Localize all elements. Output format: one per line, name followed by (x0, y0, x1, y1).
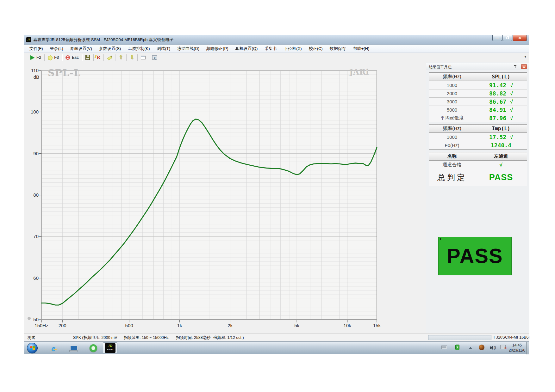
menu-file[interactable]: 文件(F) (26, 45, 47, 52)
close-button[interactable] (513, 35, 527, 41)
chart-area: 1101009080706050150Hz2005001k2k5k10k15k … (24, 62, 426, 333)
scale-down-button[interactable] (127, 54, 137, 61)
menu-data-save[interactable]: 数据保存 (326, 45, 350, 52)
esc-button[interactable]: Esc (62, 54, 82, 61)
taskbar-computer-button[interactable] (67, 343, 80, 353)
menu-lower-machine[interactable]: 下位机(X) (280, 45, 305, 52)
spl-col-value: SPL(L) (475, 73, 527, 81)
verdict-col-name: 名称 (429, 152, 475, 160)
ie-ring-icon (48, 346, 59, 351)
pass-banner: T PASS (438, 237, 512, 275)
pin-icon[interactable] (514, 65, 517, 69)
verdict-pass-text: PASS (475, 169, 527, 186)
table-row-f0: F0(Hz) 1240.4 (429, 141, 527, 149)
brush-button[interactable] (104, 54, 115, 61)
run-f2-button[interactable]: F2 (27, 54, 44, 61)
main-content: 1101009080706050150Hz2005001k2k5k10k15k … (24, 62, 529, 333)
impedance-table: 频率(Hz) Imp(L) 1000 17.52√ F0(Hz) 1240.4 (429, 124, 527, 150)
tray-keyboard-icon[interactable] (441, 346, 447, 349)
menu-headphone-settings[interactable]: 耳机设置(Q) (232, 45, 261, 52)
r-marker-icon (97, 55, 100, 60)
menu-login[interactable]: 登录(L) (47, 45, 67, 52)
brand-watermark: JARi (349, 67, 369, 77)
window-view-button[interactable] (138, 54, 149, 61)
x-tick-label: 500 (120, 323, 139, 328)
titlebar: JR 嘉睿声学JR-8125音频分析系统 SSM - FJ20SC04-MF16… (24, 35, 529, 45)
y-tick-label: 110 (26, 68, 39, 73)
taskbar-browser-button[interactable] (87, 343, 100, 353)
r-marker-button[interactable] (94, 54, 103, 61)
imp-table-header: 频率(Hz) Imp(L) (429, 125, 527, 133)
check-mark: √ (510, 134, 513, 140)
imp-col-value: Imp(L) (475, 125, 527, 132)
tray-antivirus-icon[interactable] (479, 345, 484, 350)
save-button[interactable] (82, 54, 93, 61)
x-tick-label: 200 (53, 323, 72, 328)
check-mark: √ (510, 115, 513, 121)
status-sweep-time: 扫频时间: 2588毫秒 (176, 335, 211, 340)
show-desktop-button[interactable] (526, 342, 529, 354)
keyboard-icon (69, 350, 78, 352)
toolbar: F2 F3 Esc (24, 53, 529, 62)
menu-freeze-curve[interactable]: 冻结曲线(D) (174, 45, 203, 52)
run-f2-label: F2 (36, 55, 41, 60)
start-button[interactable] (27, 343, 38, 353)
results-panel-title: 结果值工具栏 (429, 64, 452, 70)
menu-quality-control[interactable]: 品质控制(K) (124, 45, 153, 52)
tray-network-icon[interactable] (500, 345, 506, 349)
jr-audio-icon: JR Audio (105, 343, 115, 353)
page: JR 嘉睿声学JR-8125音频分析系统 SSM - FJ20SC04-MF16… (0, 0, 555, 392)
panel-close-icon[interactable]: x (521, 64, 527, 69)
clock-time: 14:45 (507, 343, 527, 348)
menu-help[interactable]: 帮助+(H) (350, 45, 373, 52)
axis-origin-dot (28, 317, 31, 320)
green-browser-icon (90, 344, 97, 352)
window-icon (141, 56, 146, 59)
imp-col-freq: 频率(Hz) (429, 125, 475, 132)
scale-up-button[interactable] (115, 54, 126, 61)
tray-usb-icon[interactable]: Y (455, 345, 459, 350)
menu-parameter-settings[interactable]: 参数设置(S) (96, 45, 124, 52)
statusbar: 测试 SPK (扫频电压: 2000 mV 扫频范围: 150 ~ 15000H… (24, 333, 529, 341)
check-mark: √ (510, 83, 513, 88)
table-row-channel-ok: 通道合格 √ (429, 161, 527, 169)
monitor-icon (70, 346, 78, 351)
taskbar-ie-button[interactable]: e (47, 343, 60, 353)
arrow-down-icon (130, 55, 134, 60)
tray-show-hidden-icons[interactable] (469, 347, 472, 349)
menubar: 文件(F) 登录(L) 界面设置(V) 参数设置(S) 品质控制(K) 测试(T… (24, 45, 529, 53)
verdict-table-header: 名称 左通道 (429, 152, 527, 161)
status-mode: 测试 (27, 335, 35, 340)
spl-value: 86.67 (489, 98, 506, 105)
brush-icon (107, 55, 112, 60)
y-tick-label: 80 (26, 192, 39, 198)
menu-capture-card[interactable]: 采集卡 (261, 45, 280, 52)
tray-clock[interactable]: 14:45 2023/11/6 (507, 343, 527, 353)
table-row: 5000 84.91√ (429, 106, 527, 114)
taskbar-jr-audio-button[interactable]: JR Audio (103, 342, 117, 354)
export-excel-button[interactable] (149, 54, 160, 61)
minimize-button[interactable] (492, 35, 502, 41)
f3-button[interactable]: F3 (45, 54, 62, 61)
check-mark: √ (510, 107, 513, 113)
y-axis-unit-label: dB (28, 74, 39, 80)
windows-flag-icon (30, 346, 35, 350)
tray-volume-icon[interactable] (490, 345, 496, 350)
menu-interface-settings[interactable]: 界面设置(V) (67, 45, 96, 52)
toolbar-overflow-chevron-icon[interactable] (524, 55, 526, 59)
check-mark: √ (510, 99, 513, 105)
spl-value: 84.91 (489, 107, 506, 113)
menu-calibration[interactable]: 校正(C) (305, 45, 326, 52)
arrow-up-icon (119, 55, 123, 60)
flower-icon (48, 55, 52, 60)
x-tick-label: 1k (170, 323, 189, 328)
no-entry-icon (65, 55, 70, 60)
clock-date: 2023/11/6 (507, 348, 527, 353)
window-controls (492, 35, 527, 41)
menu-test[interactable]: 测试(T) (153, 45, 174, 52)
menu-fr-correction[interactable]: 频响修正(P) (203, 45, 232, 52)
y-tick-label: 70 (26, 234, 39, 239)
status-document-name: FJ20SC04-MF16B6Rp (494, 335, 529, 340)
pass-banner-text: PASS (447, 244, 503, 268)
restore-button[interactable] (502, 35, 512, 41)
